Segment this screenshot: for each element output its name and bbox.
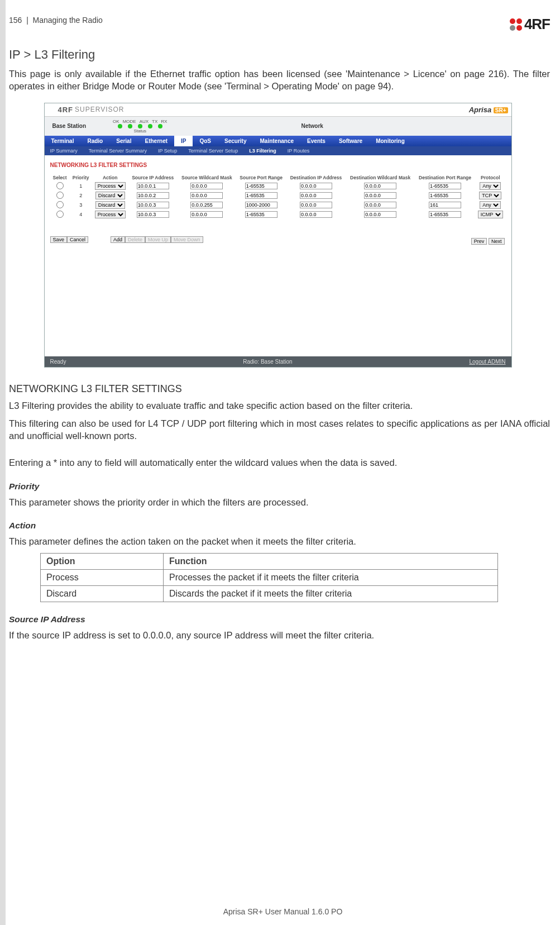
nav-qos[interactable]: QoS <box>193 136 218 146</box>
priority-heading: Priority <box>6 481 550 492</box>
priority-cell: 1 <box>70 182 92 191</box>
subnav-tssetup[interactable]: Terminal Server Setup <box>183 146 243 155</box>
logo-text: 4RF <box>524 16 550 33</box>
subnav-ipsetup[interactable]: IP Setup <box>152 146 183 155</box>
dstport-input[interactable] <box>429 192 461 199</box>
srcmask-input[interactable] <box>190 183 223 189</box>
nav-security[interactable]: Security <box>218 136 253 146</box>
col-dstmask: Destination Wildcard Mask <box>346 174 414 182</box>
delete-button[interactable]: Delete <box>125 236 145 243</box>
base-station-label: Base Station <box>48 122 91 130</box>
page-number: 156 <box>9 16 22 25</box>
srcip-heading: Source IP Address <box>6 614 550 624</box>
dstmask-input[interactable] <box>364 192 396 199</box>
proto-select[interactable]: Any <box>480 201 501 209</box>
dstip-input[interactable] <box>300 192 332 199</box>
aprisa-logo: Aprisa SR+ <box>469 106 508 114</box>
srcip-input[interactable] <box>137 211 169 218</box>
action-select[interactable]: Process <box>95 211 126 218</box>
para-l4filtering: This filtering can also be used for L4 T… <box>6 417 550 442</box>
srcport-input[interactable] <box>245 192 277 199</box>
srcport-input[interactable] <box>245 202 277 208</box>
logout-link[interactable]: Logout ADMIN <box>469 359 505 365</box>
supervisor-label: SUPERVISOR <box>75 106 124 113</box>
srcport-input[interactable] <box>245 183 277 189</box>
nav-ethernet[interactable]: Ethernet <box>138 136 174 146</box>
action-select[interactable]: Process <box>95 182 126 190</box>
network-label: Network <box>301 123 323 129</box>
dstip-input[interactable] <box>300 183 332 189</box>
opt-discard-desc: Discards the packet if it meets the filt… <box>164 586 498 602</box>
col-dstip: Destination IP Address <box>286 174 346 182</box>
page-title: IP > L3 Filtering <box>6 47 550 62</box>
nav-maintenance[interactable]: Maintenance <box>253 136 301 146</box>
srcip-input[interactable] <box>137 202 169 208</box>
section-title: Managing the Radio <box>33 16 103 25</box>
srcip-input[interactable] <box>137 192 169 199</box>
action-paragraph: This parameter defines the action taken … <box>6 535 550 547</box>
status-ready: Ready <box>50 359 66 365</box>
select-radio[interactable] <box>56 211 64 218</box>
nav-terminal[interactable]: Terminal <box>45 136 81 146</box>
dstport-input[interactable] <box>429 202 461 208</box>
select-radio[interactable] <box>56 192 64 199</box>
subnav-ipsummary[interactable]: IP Summary <box>45 146 83 155</box>
priority-cell: 4 <box>70 210 92 220</box>
next-button[interactable]: Next <box>489 238 505 245</box>
nav-events[interactable]: Events <box>300 136 332 146</box>
col-dstport: Destination Port Range <box>415 174 475 182</box>
nav-serial[interactable]: Serial <box>109 136 138 146</box>
section-heading: NETWORKING L3 FILTER SETTINGS <box>6 383 550 395</box>
logo-dots-icon <box>510 18 522 31</box>
opt-process: Process <box>41 570 164 586</box>
proto-select[interactable]: ICMP <box>478 211 503 218</box>
proto-select[interactable]: TCP <box>479 192 501 199</box>
dstip-input[interactable] <box>300 211 332 218</box>
dstmask-input[interactable] <box>364 202 396 208</box>
priority-cell: 2 <box>70 191 92 201</box>
opt-h1: Option <box>41 554 164 570</box>
cancel-button[interactable]: Cancel <box>67 236 88 243</box>
movedown-button[interactable]: Move Down <box>171 236 203 243</box>
srcmask-input[interactable] <box>190 202 223 208</box>
nav-monitoring[interactable]: Monitoring <box>369 136 411 146</box>
subnav-iproutes[interactable]: IP Routes <box>282 146 315 155</box>
nav-software[interactable]: Software <box>332 136 369 146</box>
panel-title: NETWORKING L3 FILTER SETTINGS <box>50 162 506 168</box>
priority-cell: 3 <box>70 201 92 210</box>
dstport-input[interactable] <box>429 211 461 218</box>
subnav-l3filtering[interactable]: L3 Filtering <box>243 146 282 155</box>
dstip-input[interactable] <box>300 202 332 208</box>
para-wildcard: Entering a * into any to field will auto… <box>6 456 550 469</box>
option-table: Option Function Process Processes the pa… <box>40 553 498 602</box>
status-radio: Radio: Base Station <box>243 359 292 365</box>
proto-select[interactable]: Any <box>480 182 501 190</box>
action-select[interactable]: Discard <box>95 201 125 209</box>
srcmask-input[interactable] <box>190 211 223 218</box>
dstmask-input[interactable] <box>364 211 396 218</box>
nav-ip[interactable]: IP <box>174 136 193 146</box>
select-radio[interactable] <box>56 182 64 189</box>
dstmask-input[interactable] <box>364 183 396 189</box>
nav-radio[interactable]: Radio <box>80 136 109 146</box>
select-radio[interactable] <box>56 201 64 208</box>
filter-row: 1ProcessAny <box>50 182 506 191</box>
filter-table: Select Priority Action Source IP Address… <box>50 174 506 220</box>
add-button[interactable]: Add <box>111 236 125 243</box>
subnav-tss[interactable]: Terminal Server Summary <box>83 146 152 155</box>
logo-4rf: 4RF <box>510 16 550 33</box>
srcport-input[interactable] <box>245 211 277 218</box>
moveup-button[interactable]: Move Up <box>145 236 171 243</box>
opt-process-desc: Processes the packet if it meets the fil… <box>164 570 498 586</box>
dstport-input[interactable] <box>429 183 461 189</box>
srcip-paragraph: If the source IP address is set to 0.0.0… <box>6 629 550 641</box>
save-button[interactable]: Save <box>50 236 68 243</box>
srcip-input[interactable] <box>137 183 169 189</box>
action-select[interactable]: Discard <box>95 192 125 199</box>
opt-h2: Function <box>164 554 498 570</box>
prev-button[interactable]: Prev <box>471 238 487 245</box>
col-priority: Priority <box>70 174 92 182</box>
srcmask-input[interactable] <box>190 192 223 199</box>
intro-paragraph: This page is only available if the Ether… <box>6 68 550 93</box>
ss-logo: 4RF SUPERVISOR <box>48 106 125 114</box>
